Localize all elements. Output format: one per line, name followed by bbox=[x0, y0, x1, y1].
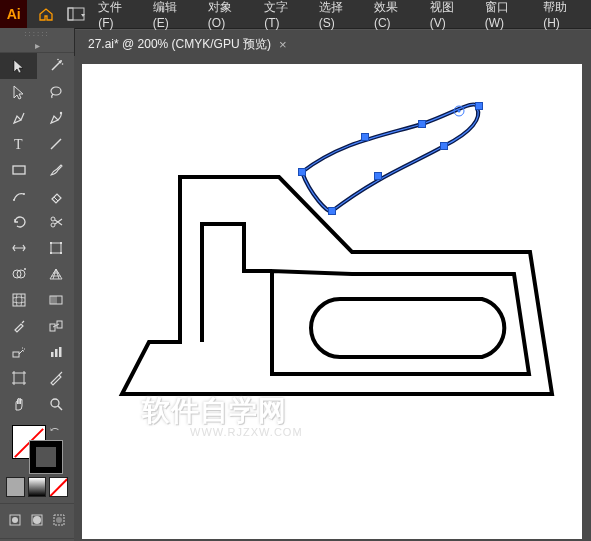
canvas-area[interactable]: 软件自学网 WWW.RJZXW.COM bbox=[74, 56, 591, 541]
fill-stroke-control[interactable]: ⤺ bbox=[0, 423, 74, 471]
color-mode-none[interactable] bbox=[49, 477, 68, 497]
document-tab[interactable]: 27.ai* @ 200% (CMYK/GPU 预览) × bbox=[74, 30, 297, 58]
menu-view[interactable]: 视图(V) bbox=[422, 0, 477, 28]
svg-rect-18 bbox=[50, 252, 52, 254]
symbol-sprayer-tool[interactable] bbox=[0, 339, 37, 365]
svg-rect-22 bbox=[13, 294, 25, 306]
anchor-point[interactable] bbox=[328, 207, 336, 215]
svg-rect-19 bbox=[60, 252, 62, 254]
svg-point-4 bbox=[61, 63, 63, 65]
direct-selection-tool[interactable] bbox=[0, 79, 37, 105]
svg-point-37 bbox=[33, 516, 41, 524]
menu-object[interactable]: 对象(O) bbox=[200, 0, 256, 28]
app-logo: Ai bbox=[0, 0, 27, 28]
toolbox-collapse-icon[interactable]: ▸ bbox=[0, 38, 74, 53]
tool-grid: T bbox=[0, 53, 74, 417]
anchor-point[interactable] bbox=[440, 142, 448, 150]
document-tab-label: 27.ai* @ 200% (CMYK/GPU 预览) bbox=[88, 36, 271, 53]
draw-normal-icon[interactable] bbox=[6, 510, 25, 530]
rotate-tool[interactable] bbox=[0, 209, 37, 235]
svg-rect-30 bbox=[59, 347, 62, 357]
svg-rect-31 bbox=[14, 373, 24, 383]
menu-edit[interactable]: 编辑(E) bbox=[145, 0, 200, 28]
color-mode-gradient[interactable] bbox=[28, 477, 47, 497]
artwork-selected-path[interactable] bbox=[82, 64, 582, 539]
perspective-grid-tool[interactable] bbox=[37, 261, 74, 287]
svg-point-40 bbox=[56, 517, 62, 523]
artboard[interactable]: 软件自学网 WWW.RJZXW.COM bbox=[82, 64, 582, 539]
svg-rect-27 bbox=[13, 352, 19, 357]
svg-point-14 bbox=[51, 217, 55, 221]
svg-line-34 bbox=[58, 406, 62, 410]
anchor-point[interactable] bbox=[475, 102, 483, 110]
paintbrush-tool[interactable] bbox=[37, 157, 74, 183]
color-mode-solid[interactable] bbox=[6, 477, 25, 497]
svg-rect-29 bbox=[55, 349, 58, 357]
menu-window[interactable]: 窗口(W) bbox=[477, 0, 535, 28]
svg-rect-16 bbox=[50, 242, 52, 244]
eyedropper-tool[interactable] bbox=[0, 313, 37, 339]
curvature-tool[interactable] bbox=[37, 105, 74, 131]
document-tab-bar: 27.ai* @ 200% (CMYK/GPU 预览) × bbox=[74, 29, 591, 58]
svg-point-13 bbox=[51, 223, 55, 227]
svg-point-2 bbox=[60, 60, 62, 62]
mesh-tool[interactable] bbox=[0, 287, 37, 313]
artboard-tool[interactable] bbox=[0, 365, 37, 391]
menu-effect[interactable]: 效果(C) bbox=[366, 0, 422, 28]
toolbox-panel: :::::: ▸ T ⤺ bbox=[0, 28, 75, 541]
svg-point-3 bbox=[57, 59, 59, 61]
eraser-tool[interactable] bbox=[37, 183, 74, 209]
svg-point-11 bbox=[23, 193, 25, 195]
free-transform-tool[interactable] bbox=[37, 235, 74, 261]
magic-wand-tool[interactable] bbox=[37, 53, 74, 79]
menu-bar: Ai 文件(F) 编辑(E) 对象(O) 文字(T) 选择(S) 效果(C) 视… bbox=[0, 0, 591, 29]
menu-select[interactable]: 选择(S) bbox=[311, 0, 366, 28]
anchor-point[interactable] bbox=[418, 120, 426, 128]
arrange-docs-icon[interactable] bbox=[63, 4, 88, 24]
svg-point-36 bbox=[12, 517, 18, 523]
svg-line-32 bbox=[59, 372, 62, 375]
shape-builder-tool[interactable] bbox=[0, 261, 37, 287]
anchor-point[interactable] bbox=[298, 168, 306, 176]
menu-help[interactable]: 帮助(H) bbox=[535, 0, 591, 28]
slice-tool[interactable] bbox=[37, 365, 74, 391]
svg-point-33 bbox=[51, 399, 59, 407]
svg-point-10 bbox=[13, 199, 15, 201]
svg-rect-15 bbox=[51, 243, 61, 253]
shaper-tool[interactable] bbox=[0, 183, 37, 209]
draw-behind-icon[interactable] bbox=[28, 510, 47, 530]
type-tool[interactable]: T bbox=[0, 131, 37, 157]
menu-type[interactable]: 文字(T) bbox=[256, 0, 310, 28]
anchor-point[interactable] bbox=[374, 172, 382, 180]
stroke-swatch[interactable] bbox=[30, 441, 62, 473]
anchor-point[interactable] bbox=[361, 133, 369, 141]
color-mode-row bbox=[0, 477, 74, 497]
width-tool[interactable] bbox=[0, 235, 37, 261]
svg-text:T: T bbox=[14, 137, 23, 152]
swap-fill-stroke-icon[interactable]: ⤺ bbox=[50, 423, 64, 437]
pen-tool[interactable] bbox=[0, 105, 37, 131]
close-tab-icon[interactable]: × bbox=[279, 37, 287, 52]
line-segment-tool[interactable] bbox=[37, 131, 74, 157]
draw-inside-icon[interactable] bbox=[49, 510, 68, 530]
svg-rect-28 bbox=[51, 352, 54, 357]
panel-grip[interactable]: :::::: bbox=[0, 28, 74, 38]
svg-line-12 bbox=[54, 197, 58, 201]
svg-rect-1 bbox=[68, 8, 73, 20]
zoom-tool[interactable] bbox=[37, 391, 74, 417]
hand-tool[interactable] bbox=[0, 391, 37, 417]
selection-tool[interactable] bbox=[0, 53, 37, 79]
lasso-tool[interactable] bbox=[37, 79, 74, 105]
scissors-tool[interactable] bbox=[37, 209, 74, 235]
home-icon[interactable] bbox=[33, 4, 58, 24]
svg-rect-9 bbox=[13, 166, 25, 174]
gradient-tool[interactable] bbox=[37, 287, 74, 313]
rectangle-tool[interactable] bbox=[0, 157, 37, 183]
svg-line-8 bbox=[51, 139, 61, 149]
menu-file[interactable]: 文件(F) bbox=[90, 0, 144, 28]
column-graph-tool[interactable] bbox=[37, 339, 74, 365]
svg-point-44 bbox=[458, 110, 461, 113]
blend-tool[interactable] bbox=[37, 313, 74, 339]
svg-rect-17 bbox=[60, 242, 62, 244]
svg-rect-24 bbox=[50, 324, 55, 331]
